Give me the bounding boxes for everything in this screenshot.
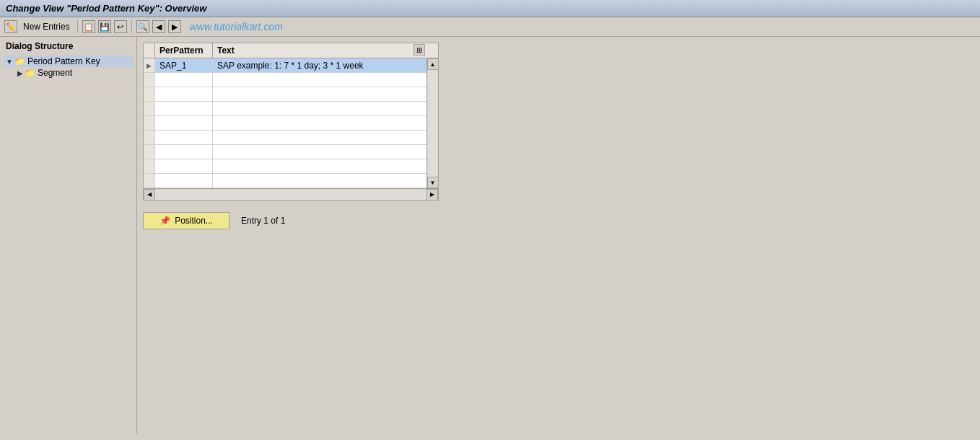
- row-selector-6[interactable]: [144, 145, 155, 159]
- content-area: ⊞ PerPattern Text ▶ SAP_1 SAP example: 1…: [137, 37, 980, 434]
- sidebar-item-segment[interactable]: ▶ 📁 Segment: [3, 67, 134, 79]
- header-text: Text: [213, 43, 438, 58]
- cell-text-0: SAP example: 1: 7 * 1 day; 3 * 1 week: [213, 58, 426, 72]
- table-row[interactable]: [144, 145, 426, 159]
- scroll-down-button[interactable]: ▼: [427, 177, 439, 188]
- row-selector-5[interactable]: [144, 131, 155, 144]
- row-selector-1[interactable]: [144, 73, 155, 87]
- sidebar-item-label-1: Period Pattern Key: [27, 56, 100, 66]
- table-row[interactable]: ▶ SAP_1 SAP example: 1: 7 * 1 day; 3 * 1…: [144, 58, 426, 73]
- cell-per-pattern-2: [155, 87, 213, 101]
- cell-text-1: [213, 73, 426, 87]
- sidebar-title: Dialog Structure: [3, 40, 134, 53]
- table-scroll-area: ▶ SAP_1 SAP example: 1: 7 * 1 day; 3 * 1…: [144, 58, 438, 188]
- table-header: PerPattern Text: [144, 43, 438, 58]
- position-button[interactable]: 📌 Position...: [143, 212, 229, 229]
- horizontal-scrollbar[interactable]: ◀ ▶: [144, 188, 438, 200]
- cell-text-4: [213, 116, 426, 130]
- cell-per-pattern-7: [155, 159, 213, 173]
- new-entries-label[interactable]: New Entries: [20, 22, 73, 32]
- header-per-pattern: PerPattern: [155, 43, 213, 58]
- separator-1: [77, 20, 78, 33]
- cell-text-6: [213, 145, 426, 159]
- scroll-track-v: [428, 70, 438, 177]
- tree-arrow-1: ▼: [6, 58, 13, 66]
- cell-per-pattern-5: [155, 131, 213, 144]
- table-row[interactable]: [144, 73, 426, 87]
- detail-icon[interactable]: 🔍: [136, 20, 149, 33]
- scroll-up-button[interactable]: ▲: [427, 58, 439, 70]
- cell-per-pattern-8: [155, 174, 213, 188]
- title-bar: Change View "Period Pattern Key": Overvi…: [0, 0, 980, 17]
- next-icon[interactable]: ▶: [168, 20, 181, 33]
- sidebar: Dialog Structure ▼ 📁 Period Pattern Key …: [0, 37, 137, 434]
- cell-text-2: [213, 87, 426, 101]
- scroll-right-button[interactable]: ▶: [426, 189, 438, 201]
- position-area: 📌 Position... Entry 1 of 1: [143, 212, 974, 229]
- cell-per-pattern-6: [155, 145, 213, 159]
- table-rows-area: ▶ SAP_1 SAP example: 1: 7 * 1 day; 3 * 1…: [144, 58, 426, 188]
- position-button-label: Position...: [175, 216, 213, 226]
- entry-info: Entry 1 of 1: [241, 216, 285, 226]
- save-icon[interactable]: 💾: [98, 20, 111, 33]
- sidebar-item-period-pattern-key[interactable]: ▼ 📁 Period Pattern Key: [3, 56, 134, 67]
- cell-per-pattern-4: [155, 116, 213, 130]
- sidebar-item-label-2: Segment: [38, 68, 72, 78]
- prev-icon[interactable]: ◀: [152, 20, 165, 33]
- tree-arrow-2: ▶: [17, 69, 23, 77]
- position-icon: 📌: [159, 216, 170, 226]
- main-layout: Dialog Structure ▼ 📁 Period Pattern Key …: [0, 37, 980, 434]
- cell-per-pattern-3: [155, 102, 213, 115]
- table-row[interactable]: [144, 102, 426, 116]
- cell-text-5: [213, 131, 426, 144]
- copy-icon[interactable]: 📋: [82, 20, 95, 33]
- cell-text-7: [213, 159, 426, 173]
- row-selector-7[interactable]: [144, 159, 155, 173]
- cell-per-pattern-1: [155, 73, 213, 87]
- cell-per-pattern-0: SAP_1: [155, 58, 213, 72]
- folder-icon-1: 📁: [14, 56, 25, 66]
- row-selector-4[interactable]: [144, 116, 155, 130]
- column-selector-icon[interactable]: ⊞: [414, 44, 425, 56]
- cell-text-3: [213, 102, 426, 115]
- table-container: ⊞ PerPattern Text ▶ SAP_1 SAP example: 1…: [143, 43, 439, 201]
- table-row[interactable]: [144, 174, 426, 188]
- row-selector-0[interactable]: ▶: [144, 58, 155, 72]
- vertical-scrollbar[interactable]: ▲ ▼: [426, 58, 438, 188]
- toolbar: ✏️ New Entries 📋 💾 ↩ 🔍 ◀ ▶ www.tutorialk…: [0, 17, 980, 37]
- scroll-left-button[interactable]: ◀: [144, 189, 155, 201]
- watermark: www.tutorialkart.com: [190, 21, 283, 32]
- table-row[interactable]: [144, 87, 426, 102]
- row-selector-8[interactable]: [144, 174, 155, 188]
- header-selector-cell: [144, 43, 155, 58]
- title-text: Change View "Period Pattern Key": Overvi…: [6, 3, 206, 14]
- scroll-track-h: [155, 190, 426, 200]
- table-row[interactable]: [144, 116, 426, 131]
- undo-icon[interactable]: ↩: [114, 20, 127, 33]
- table-row[interactable]: [144, 159, 426, 174]
- table-row[interactable]: [144, 131, 426, 145]
- new-entries-icon[interactable]: ✏️: [4, 20, 17, 33]
- row-selector-3[interactable]: [144, 102, 155, 115]
- row-selector-2[interactable]: [144, 87, 155, 101]
- separator-2: [131, 20, 132, 33]
- folder-icon-2: 📁: [25, 68, 35, 78]
- cell-text-8: [213, 174, 426, 188]
